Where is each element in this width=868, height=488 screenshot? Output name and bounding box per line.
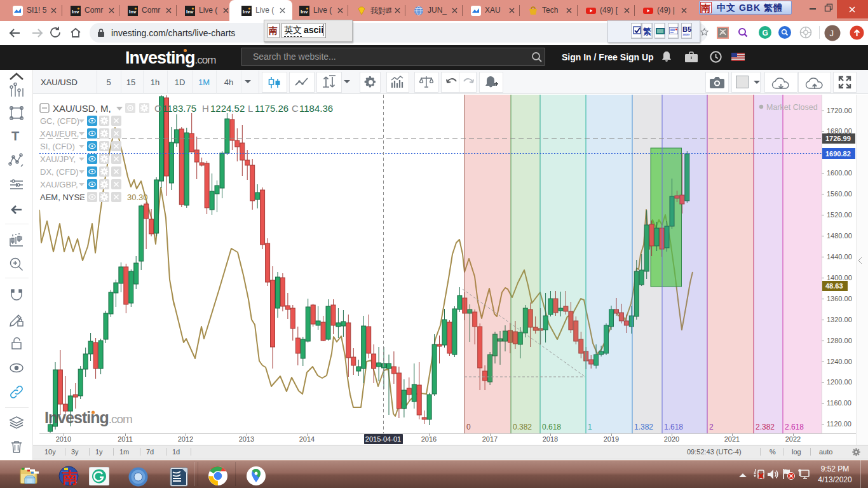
svg-text:1280.00: 1280.00 [827, 337, 852, 344]
svg-text:1560.00: 1560.00 [827, 190, 852, 198]
svg-text:XAU/GBP,: XAU/GBP, [40, 180, 78, 189]
svg-text:1184.36: 1184.36 [299, 103, 333, 114]
svg-text:1480.00: 1480.00 [827, 232, 852, 240]
svg-text:0.618: 0.618 [542, 423, 561, 431]
svg-text:1160.00: 1160.00 [827, 399, 851, 407]
svg-text:1: 1 [588, 423, 592, 431]
svg-text:1240.00: 1240.00 [827, 358, 852, 365]
svg-text:XAU/USD, M,: XAU/USD, M, [53, 103, 111, 114]
svg-text:2012: 2012 [178, 435, 193, 443]
svg-text:XAU/JPY,: XAU/JPY, [40, 154, 76, 164]
svg-text:1690.82: 1690.82 [825, 150, 851, 158]
svg-text:1520.00: 1520.00 [827, 211, 852, 219]
svg-text:1440.00: 1440.00 [827, 253, 852, 261]
svg-text:1720.00: 1720.00 [827, 107, 852, 114]
svg-text:2016: 2016 [421, 435, 437, 443]
svg-text:SI, (CFD): SI, (CFD) [40, 142, 75, 151]
svg-text:1120.00: 1120.00 [827, 420, 851, 428]
svg-text:2019: 2019 [604, 435, 619, 443]
svg-text:南: 南 [62, 469, 78, 486]
svg-text:1175.26: 1175.26 [255, 103, 288, 114]
svg-text:0.382: 0.382 [513, 423, 532, 431]
svg-text:Investing.com: Investing.com [44, 409, 132, 426]
svg-text:1400.00: 1400.00 [827, 274, 852, 281]
svg-text:48.63: 48.63 [825, 282, 843, 290]
svg-text:2021: 2021 [724, 435, 740, 443]
svg-text:2: 2 [709, 423, 714, 431]
svg-text:1360.00: 1360.00 [827, 295, 852, 302]
svg-text:1320.00: 1320.00 [827, 316, 852, 323]
svg-text:2018: 2018 [543, 435, 558, 443]
svg-text:2.618: 2.618 [785, 423, 804, 431]
svg-text:DX, (CFD): DX, (CFD) [40, 167, 79, 177]
svg-text:C: C [292, 103, 299, 114]
svg-text:GC, (CFD): GC, (CFD) [40, 116, 79, 126]
svg-text:2.382: 2.382 [756, 423, 775, 431]
svg-text:1200.00: 1200.00 [827, 378, 852, 386]
svg-text:Market Closed: Market Closed [766, 103, 818, 112]
svg-text:30.30: 30.30 [127, 193, 148, 202]
svg-text:1.382: 1.382 [634, 423, 653, 431]
svg-text:2017: 2017 [482, 435, 498, 443]
svg-text:2015-04-01: 2015-04-01 [365, 435, 401, 443]
svg-text:2013: 2013 [239, 435, 254, 443]
svg-text:1600.00: 1600.00 [827, 169, 852, 177]
svg-text:1726.99: 1726.99 [825, 135, 851, 142]
svg-text:2022: 2022 [785, 435, 801, 443]
svg-text:O: O [154, 103, 162, 114]
svg-text:2011: 2011 [118, 435, 133, 443]
svg-text:1224.52: 1224.52 [210, 103, 245, 114]
svg-text:0: 0 [466, 423, 471, 431]
svg-text:XAU/EUR,: XAU/EUR, [40, 129, 79, 139]
svg-text:2014: 2014 [299, 435, 315, 443]
svg-text:H: H [202, 103, 209, 114]
svg-text:2020: 2020 [664, 435, 679, 443]
svg-text:AEM, NYSE: AEM, NYSE [40, 193, 85, 202]
svg-text:1.618: 1.618 [664, 423, 683, 431]
svg-text:1183.75: 1183.75 [163, 103, 196, 114]
svg-text:L: L [248, 103, 253, 114]
svg-text:2010: 2010 [56, 435, 71, 443]
